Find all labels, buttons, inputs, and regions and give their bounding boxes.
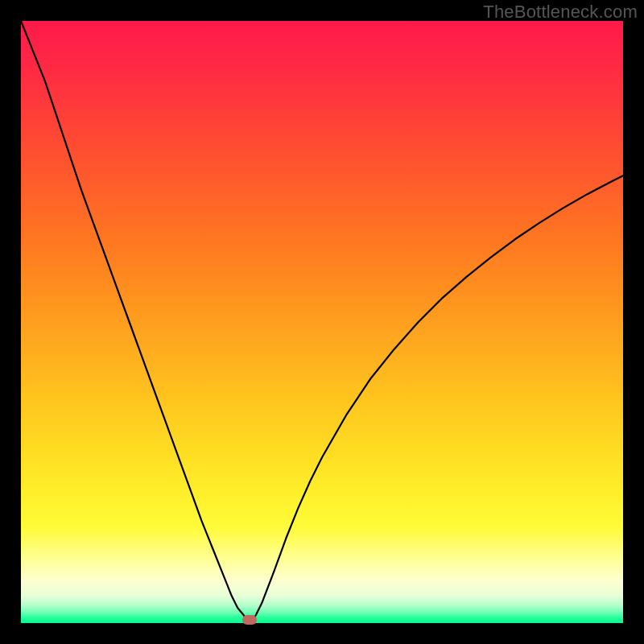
attribution-text: TheBottleneck.com (483, 2, 638, 23)
minimum-marker (242, 615, 257, 625)
chart-container: TheBottleneck.com (0, 0, 644, 644)
bottleneck-curve (21, 21, 623, 623)
plot-area (21, 21, 623, 623)
